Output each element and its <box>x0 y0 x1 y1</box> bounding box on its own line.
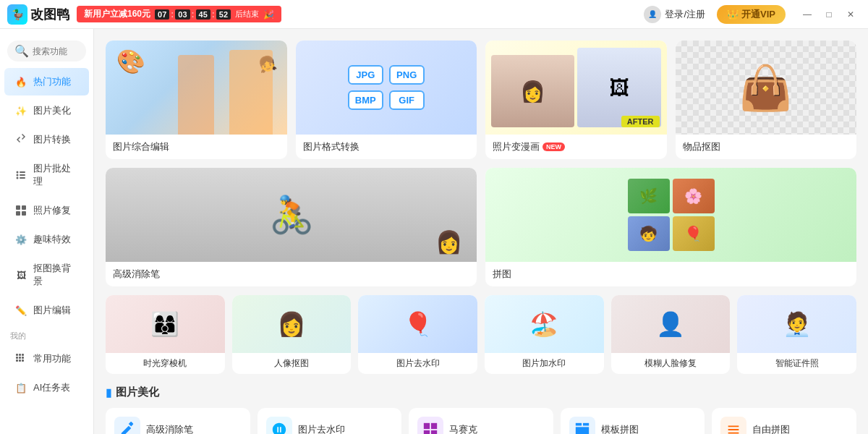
promo-bar[interactable]: 新用户立减160元 07 : 03 : 45 : 52 后结束 🎉 <box>77 6 281 22</box>
content-area: 🎨 👧 图片综合编辑 JPG PNG BMP GIF <box>94 29 868 434</box>
vip-crown-icon: 👑 <box>727 9 739 20</box>
svg-rect-9 <box>22 211 26 216</box>
logo-icon: 🦆 <box>7 4 27 25</box>
title-bar: 🦆 改图鸭 新用户立减160元 07 : 03 : 45 : 52 后结束 🎉 … <box>0 0 868 29</box>
svg-rect-5 <box>20 177 25 179</box>
svg-rect-18 <box>22 359 24 362</box>
card-cartoon[interactable]: 👩 🖼 AFTER 照片变漫画 NEW <box>485 41 667 159</box>
close-button[interactable]: ✕ <box>841 4 861 25</box>
timer-minutes: 03 <box>175 9 190 20</box>
timer-seconds: 45 <box>196 9 210 20</box>
card-portrait[interactable]: 👩 人像抠图 <box>232 295 352 374</box>
sidebar: 🔍 🔥 热门功能 ✨ 图片美化 图片转换 图片批处理 照片 <box>0 29 94 434</box>
card-watermark-remove[interactable]: 🎈 图片去水印 <box>358 295 477 374</box>
sidebar-label-hot: 热门功能 <box>33 75 71 88</box>
section-beauty-icon: ▮ <box>106 386 111 399</box>
promo-end-text: 后结束 <box>235 9 259 20</box>
svg-rect-8 <box>16 211 20 216</box>
sidebar-label-beauty: 图片美化 <box>33 104 71 117</box>
bottom-template-label: 模板拼图 <box>601 423 639 434</box>
search-icon: 🔍 <box>14 44 29 58</box>
large-cards-grid: 🎨 👧 图片综合编辑 JPG PNG BMP GIF <box>106 41 856 159</box>
sidebar-item-aitask[interactable]: 📋 AI任务表 <box>4 374 89 401</box>
my-section-label: 我的 <box>0 325 93 344</box>
bottom-template-icon <box>569 417 595 434</box>
svg-rect-24 <box>583 423 589 426</box>
sidebar-item-batch[interactable]: 图片批处理 <box>4 155 89 195</box>
sidebar-item-common[interactable]: 常用功能 <box>4 345 89 373</box>
bottom-erase-icon <box>114 417 140 434</box>
svg-rect-12 <box>22 354 24 356</box>
svg-rect-11 <box>19 354 21 356</box>
card-cartoon-label: 照片变漫画 NEW <box>485 135 667 159</box>
vip-button[interactable]: 👑 开通VIP <box>717 5 786 24</box>
svg-rect-14 <box>19 357 21 359</box>
svg-rect-17 <box>19 359 21 362</box>
search-box[interactable]: 🔍 <box>7 41 86 61</box>
sidebar-label-repair: 照片修复 <box>33 204 71 217</box>
app-logo: 🦆 改图鸭 <box>7 4 69 25</box>
section-beauty-title: 图片美化 <box>116 386 159 399</box>
bottom-card-watermark[interactable]: 图片去水印 <box>258 408 402 434</box>
title-bar-left: 🦆 改图鸭 新用户立减160元 07 : 03 : 45 : 52 后结束 🎉 <box>7 4 281 25</box>
bottom-card-free-puzzle[interactable]: 自由拼图 <box>712 408 856 434</box>
card-watermark-remove-label: 图片去水印 <box>358 353 477 374</box>
bottom-card-template-puzzle[interactable]: 模板拼图 <box>561 408 705 434</box>
svg-rect-15 <box>22 357 24 359</box>
sidebar-item-hot[interactable]: 🔥 热门功能 <box>4 68 89 95</box>
card-id-photo[interactable]: 🧑‍💼 智能证件照 <box>737 295 856 374</box>
sidebar-item-bg[interactable]: 🖼 抠图换背景 <box>4 255 89 295</box>
timer-ms: 52 <box>216 9 231 20</box>
repair-icon <box>14 204 27 217</box>
svg-rect-21 <box>424 430 430 434</box>
bottom-erase-label: 高级消除笔 <box>146 423 193 434</box>
sidebar-item-beauty[interactable]: ✨ 图片美化 <box>4 97 89 124</box>
card-face-repair[interactable]: 👤 模糊人脸修复 <box>611 295 731 374</box>
card-face-repair-label: 模糊人脸修复 <box>611 353 731 374</box>
card-timemachine[interactable]: 👩‍👩‍👦 时光穿梭机 <box>106 295 225 374</box>
card-puzzle[interactable]: 🌿 🌸 🧒 🎈 拼图 <box>485 168 856 286</box>
svg-rect-6 <box>16 205 20 210</box>
bottom-mosaic-icon <box>417 417 443 434</box>
search-input[interactable] <box>33 46 90 56</box>
card-format[interactable]: JPG PNG BMP GIF 图片格式转换 <box>296 41 477 159</box>
convert-icon <box>14 133 27 146</box>
svg-rect-4 <box>20 174 25 176</box>
app-name: 改图鸭 <box>30 6 69 23</box>
bottom-free-label: 自由拼图 <box>752 423 790 434</box>
avatar: 👤 <box>644 6 661 23</box>
card-comprehensive-label: 图片综合编辑 <box>106 135 287 159</box>
timer-hours: 07 <box>155 9 169 20</box>
hot-icon: 🔥 <box>14 75 27 88</box>
sidebar-item-fun[interactable]: ⚙️ 趣味特效 <box>4 226 89 253</box>
sidebar-item-repair[interactable]: 照片修复 <box>4 197 89 224</box>
card-puzzle-label: 拼图 <box>485 262 856 286</box>
svg-rect-13 <box>16 357 18 359</box>
card-comprehensive[interactable]: 🎨 👧 图片综合编辑 <box>106 41 287 159</box>
promo-icon: 🎉 <box>263 9 274 20</box>
bottom-mosaic-label: 马赛克 <box>449 423 477 434</box>
login-button[interactable]: 👤 登录/注册 <box>638 3 711 26</box>
card-bag[interactable]: 👜 物品抠图 <box>676 41 857 159</box>
edit-icon: ✏️ <box>14 304 27 317</box>
card-erase[interactable]: 🚴 👩 高级消除笔 <box>106 168 477 286</box>
sidebar-item-convert[interactable]: 图片转换 <box>4 126 89 153</box>
minimize-button[interactable]: — <box>797 4 817 25</box>
maximize-button[interactable]: □ <box>819 4 839 25</box>
section-beauty-header: ▮ 图片美化 <box>106 386 856 399</box>
mid-cards-grid: 🚴 👩 高级消除笔 🌿 🌸 🧒 🎈 <box>106 168 856 286</box>
bottom-card-mosaic[interactable]: 马赛克 <box>409 408 553 434</box>
card-watermark-add[interactable]: 🏖️ 图片加水印 <box>485 295 604 374</box>
card-bag-label: 物品抠图 <box>676 135 857 159</box>
card-portrait-label: 人像抠图 <box>232 353 352 374</box>
svg-rect-25 <box>576 427 589 434</box>
beauty-icon: ✨ <box>14 104 27 117</box>
bottom-free-icon <box>720 417 746 434</box>
timer: 07 : 03 : 45 : 52 <box>155 9 231 20</box>
svg-rect-10 <box>16 354 18 356</box>
sidebar-label-aitask: AI任务表 <box>33 381 70 394</box>
bottom-card-erase[interactable]: 高级消除笔 <box>106 408 250 434</box>
small-cards-grid: 👩‍👩‍👦 时光穿梭机 👩 人像抠图 🎈 图片去水印 🏖️ 图片加水印 👤 模糊… <box>106 295 856 374</box>
sidebar-item-edit[interactable]: ✏️ 图片编辑 <box>4 297 89 324</box>
svg-rect-7 <box>22 205 26 210</box>
